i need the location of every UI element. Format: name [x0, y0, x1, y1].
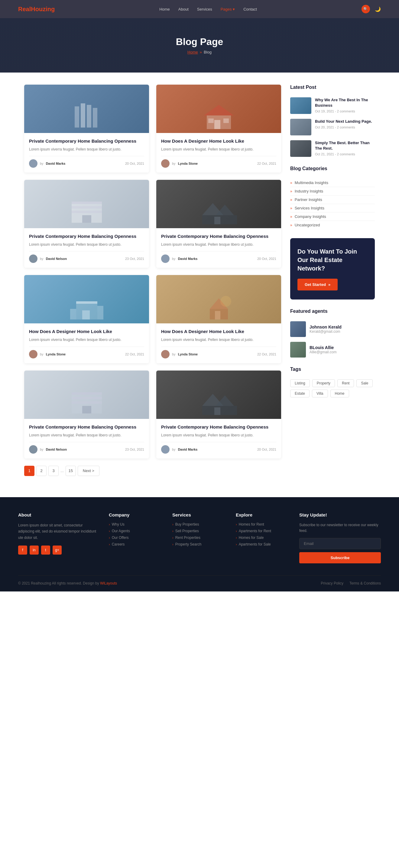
- blog-card-8[interactable]: Private Contemporary Home Balancing Open…: [156, 371, 281, 459]
- blog-card-2[interactable]: How Does A Designer Home Look Like Lorem…: [156, 85, 281, 173]
- social-google[interactable]: g+: [53, 546, 62, 555]
- nav-about[interactable]: About: [178, 7, 189, 11]
- cat-label-multimedia: Multimedia Insights: [295, 180, 328, 185]
- category-multimedia[interactable]: » Multimedia Insights: [290, 179, 375, 187]
- cta-button[interactable]: Get Started »: [298, 279, 338, 290]
- svg-rect-29: [72, 397, 102, 399]
- social-facebook[interactable]: f: [18, 546, 27, 555]
- company-link-agents[interactable]: › Our Agents: [109, 529, 163, 533]
- social-linkedin[interactable]: in: [30, 546, 39, 555]
- featured-agents-title: Featured agents: [290, 309, 375, 316]
- agent-email-1: Kerald@gmail.com: [309, 330, 342, 334]
- service-link-search[interactable]: › Property Search: [172, 542, 227, 547]
- search-button[interactable]: 🔍: [362, 5, 370, 13]
- footer-about-col: About Lorem ipsum dolor sit amet, consec…: [18, 512, 100, 563]
- tag-home[interactable]: Home: [330, 390, 349, 397]
- footer-explore-col: Explore › Homes for Rent › Apartments fo…: [236, 512, 290, 563]
- breadcrumb-home[interactable]: Home: [187, 50, 198, 54]
- tag-sale[interactable]: Sale: [357, 379, 373, 387]
- category-partner[interactable]: » Partner Insights: [290, 195, 375, 204]
- nav-services[interactable]: Services: [197, 7, 212, 11]
- card-body-5: How Does A Designer Home Look Like Lorem…: [24, 323, 149, 363]
- svg-rect-28: [72, 392, 102, 395]
- site-logo[interactable]: RealHouzing: [18, 6, 55, 13]
- service-label-search: Property Search: [175, 542, 202, 547]
- latest-post-3[interactable]: Simply The Best. Better Than The Rest. O…: [290, 140, 375, 157]
- nav-home[interactable]: Home: [159, 7, 170, 11]
- svg-point-26: [220, 296, 231, 307]
- service-link-rent[interactable]: › Rent Properties: [172, 535, 227, 540]
- footer-newsletter-title: Stay Update!: [299, 512, 381, 518]
- blog-card-5[interactable]: How Does A Designer Home Look Like Lorem…: [24, 275, 149, 363]
- svg-rect-0: [75, 106, 79, 128]
- latest-post-info-1: Why We Are The Best In The Business Oct …: [315, 97, 375, 113]
- blog-card-7[interactable]: Private Contemporary Home Balancing Open…: [24, 371, 149, 459]
- terms-link[interactable]: Terms & Conditions: [349, 581, 381, 585]
- explore-link-homes-sale[interactable]: › Homes for Sale: [236, 535, 290, 540]
- agent-2[interactable]: BLouis Allie Allie@gmail.com: [290, 342, 375, 358]
- nav-links: Home About Services Pages ▾ Contact: [159, 7, 257, 11]
- latest-post-date-2: Oct 20, 2021 - 2 comments: [315, 125, 375, 129]
- tag-listing[interactable]: Listing: [290, 379, 310, 387]
- navigation: RealHouzing Home About Services Pages ▾ …: [0, 0, 399, 18]
- blog-card-4[interactable]: Private Contemporary Home Balancing Open…: [156, 180, 281, 268]
- page-15-button[interactable]: 15: [66, 466, 76, 476]
- card-title-8: Private Contemporary Home Balancing Open…: [161, 424, 276, 430]
- tag-villa[interactable]: Villa: [312, 390, 328, 397]
- page-1-button[interactable]: 1: [24, 466, 34, 476]
- explore-link-homes-rent[interactable]: › Homes for Rent: [236, 522, 290, 526]
- author-name-7: David Nelson: [46, 447, 67, 451]
- privacy-policy-link[interactable]: Privacy Policy: [321, 581, 343, 585]
- nav-pages[interactable]: Pages ▾: [221, 7, 235, 11]
- card-image-7: [24, 371, 149, 419]
- social-twitter[interactable]: t: [41, 546, 50, 555]
- company-link-careers[interactable]: › Careers: [109, 542, 163, 547]
- agent-1[interactable]: Johnson Kerald Kerald@gmail.com: [290, 321, 375, 337]
- blog-grid: Private Contemporary Home Balancing Open…: [24, 85, 281, 485]
- tag-estate[interactable]: Estate: [290, 390, 309, 397]
- category-services[interactable]: » Services Insights: [290, 204, 375, 213]
- latest-post-section: Latest Post Why We Are The Best In The B…: [290, 85, 375, 157]
- cards-row-3: How Does A Designer Home Look Like Lorem…: [24, 275, 281, 363]
- service-link-buy[interactable]: › Buy Properties: [172, 522, 227, 526]
- svg-rect-22: [82, 310, 90, 319]
- latest-post-title: Latest Post: [290, 85, 375, 92]
- svg-rect-10: [72, 202, 102, 204]
- author-avatar-1: [29, 159, 37, 168]
- company-link-why[interactable]: › Why Us: [109, 522, 163, 526]
- logo-main: Real: [18, 6, 31, 12]
- card-image-3: [24, 180, 149, 228]
- subscribe-button[interactable]: Subscribe: [299, 552, 381, 563]
- category-company[interactable]: » Company Insights: [290, 213, 375, 221]
- explore-link-apts-rent[interactable]: › Apartments for Rent: [236, 529, 290, 533]
- card-image-4: [156, 180, 281, 228]
- blog-categories-section: Blog Categories » Multimedia Insights » …: [290, 166, 375, 229]
- tag-property[interactable]: Property: [312, 379, 335, 387]
- svg-rect-17: [214, 217, 220, 224]
- featured-agents-section: Featured agents Johnson Kerald Kerald@gm…: [290, 309, 375, 358]
- latest-post-2[interactable]: Build Your Next Landing Page. Oct 20, 20…: [290, 119, 375, 135]
- footer-bottom-links: Privacy Policy Terms & Conditions: [321, 581, 381, 585]
- category-uncategorized[interactable]: » Uncategorized: [290, 221, 375, 229]
- blog-card-1[interactable]: Private Contemporary Home Balancing Open…: [24, 85, 149, 173]
- newsletter-email-input[interactable]: [299, 538, 381, 549]
- blog-card-6[interactable]: How Does A Designer Home Look Like Lorem…: [156, 275, 281, 363]
- page-2-button[interactable]: 2: [36, 466, 47, 476]
- cards-row-1: Private Contemporary Home Balancing Open…: [24, 85, 281, 173]
- footer-about-text: Lorem ipsum dolor sit amet, consectetur …: [18, 522, 100, 541]
- page-3-button[interactable]: 3: [49, 466, 59, 476]
- tag-rent[interactable]: Rent: [337, 379, 354, 387]
- service-link-sell[interactable]: › Sell Properties: [172, 529, 227, 533]
- explore-link-apts-sale[interactable]: › Apartments for Sale: [236, 542, 290, 547]
- card-image-5: [24, 275, 149, 323]
- theme-toggle[interactable]: 🌙: [375, 6, 381, 12]
- card-text-3: Lorem ipsum viverra feugiat. Pellen tesq…: [29, 242, 144, 248]
- next-page-button[interactable]: Next >: [78, 466, 99, 476]
- company-link-offers[interactable]: › Our Offers: [109, 535, 163, 540]
- designer-link[interactable]: WiLayouts: [100, 581, 117, 585]
- category-industry[interactable]: » Industry Insights: [290, 187, 375, 195]
- latest-post-title-1: Why We Are The Best In The Business: [315, 97, 375, 108]
- nav-contact[interactable]: Contact: [243, 7, 257, 11]
- latest-post-1[interactable]: Why We Are The Best In The Business Oct …: [290, 97, 375, 114]
- blog-card-3[interactable]: Private Contemporary Home Balancing Open…: [24, 180, 149, 268]
